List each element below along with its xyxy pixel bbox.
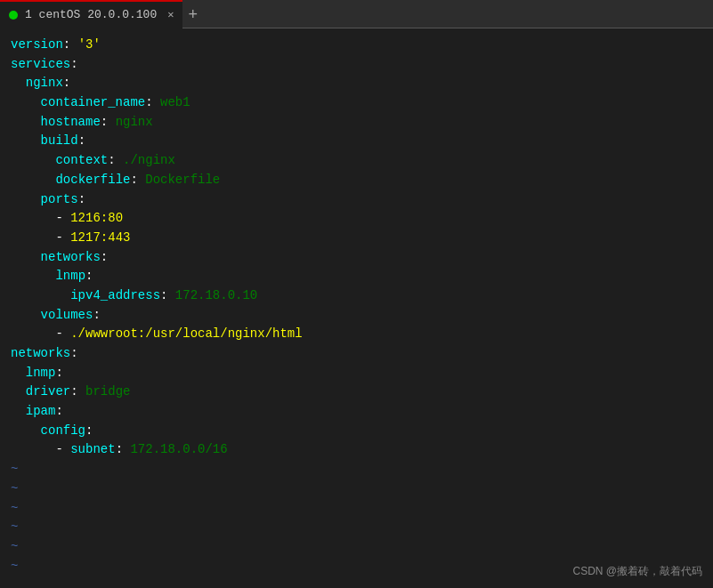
- tab-close-icon[interactable]: ✕: [167, 8, 174, 21]
- code-line: driver: bridge: [11, 383, 702, 402]
- code-line: dockerfile: Dockerfile: [11, 171, 702, 190]
- code-line: config:: [11, 422, 702, 441]
- code-line: ~: [11, 479, 702, 499]
- tab-label: 1 centOS 20.0.0.100: [25, 8, 157, 21]
- tab[interactable]: 1 centOS 20.0.0.100 ✕: [0, 0, 182, 28]
- watermark: CSDN @搬着砖，敲着代码: [572, 564, 702, 579]
- code-line: context: ./nginx: [11, 151, 702, 171]
- code-line: ipam:: [11, 402, 702, 422]
- code-line: lnmp:: [11, 267, 702, 286]
- code-line: ~: [11, 537, 702, 557]
- code-line: container_name: web1: [11, 93, 702, 113]
- code-line: ~: [11, 460, 702, 479]
- tab-status-dot: [9, 11, 18, 20]
- code-line: ~: [11, 518, 702, 537]
- title-bar: 1 centOS 20.0.0.100 ✕ +: [0, 0, 713, 28]
- code-line: build:: [11, 132, 702, 151]
- editor: version: '3'services: nginx: container_n…: [0, 28, 713, 588]
- code-line: - 1217:443: [11, 229, 702, 248]
- code-line: ~: [11, 499, 702, 519]
- code-line: - 1216:80: [11, 209, 702, 229]
- code-line: - ./wwwroot:/usr/local/nginx/html: [11, 325, 702, 344]
- code-line: networks:: [11, 248, 702, 268]
- code-content: version: '3'services: nginx: container_n…: [11, 36, 702, 576]
- code-line: nginx:: [11, 74, 702, 93]
- code-line: lnmp:: [11, 364, 702, 383]
- code-line: version: '3': [11, 36, 702, 55]
- code-line: services:: [11, 55, 702, 75]
- code-line: ports:: [11, 190, 702, 210]
- code-line: networks:: [11, 344, 702, 364]
- code-line: - subnet: 172.18.0.0/16: [11, 440, 702, 460]
- code-line: hostname: nginx: [11, 113, 702, 133]
- code-line: ipv4_address: 172.18.0.10: [11, 286, 702, 306]
- code-line: volumes:: [11, 306, 702, 326]
- new-tab-button[interactable]: +: [188, 6, 198, 22]
